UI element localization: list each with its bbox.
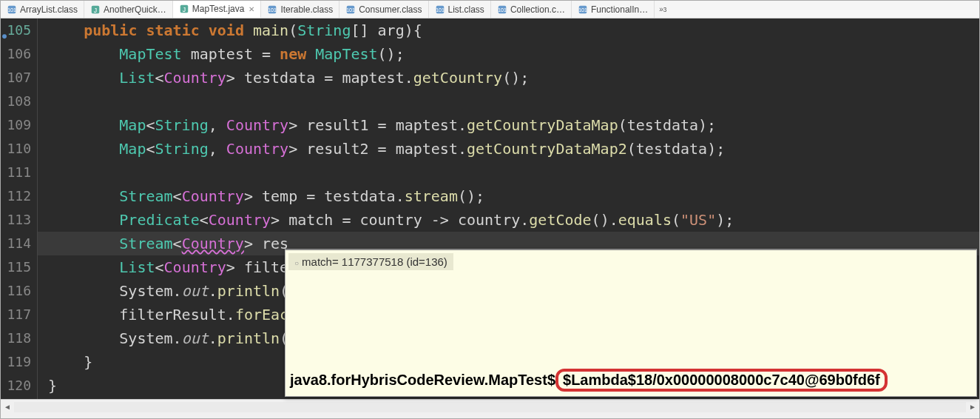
tooltip-body: java8.forHybrisCodeReview.MapTest$$Lambd… bbox=[290, 369, 972, 392]
tab-maptest-java[interactable]: JMapTest.java✕ bbox=[173, 1, 262, 18]
line-number[interactable]: 118 bbox=[1, 326, 31, 350]
code-line-111[interactable] bbox=[38, 161, 979, 184]
line-number[interactable]: 107 bbox=[1, 66, 31, 90]
tab-collection-c-[interactable]: 101Collection.c… bbox=[491, 1, 572, 18]
debug-hover-tooltip: ○match= 1177377518 (id=136) java8.forHyb… bbox=[285, 249, 977, 397]
tab-label: AnotherQuick… bbox=[104, 4, 166, 15]
line-number[interactable]: 105 bbox=[1, 19, 31, 42]
line-number[interactable]: 110 bbox=[1, 137, 31, 161]
horizontal-scrollbar[interactable]: ◄ ► bbox=[1, 399, 979, 414]
svg-text:J: J bbox=[94, 6, 97, 13]
tab-list-class[interactable]: 101List.class bbox=[429, 1, 491, 18]
line-number[interactable]: 113 bbox=[1, 208, 31, 232]
line-number[interactable]: 108 bbox=[1, 90, 31, 113]
line-number[interactable]: 120 bbox=[1, 374, 31, 398]
svg-text:101: 101 bbox=[498, 7, 507, 12]
code-line-108[interactable] bbox=[38, 90, 979, 113]
svg-text:101: 101 bbox=[578, 7, 587, 12]
line-number[interactable]: 112 bbox=[1, 184, 31, 208]
tab-label: FunctionalIn… bbox=[591, 4, 648, 15]
scroll-left-icon[interactable]: ◄ bbox=[1, 400, 14, 414]
svg-text:101: 101 bbox=[268, 7, 277, 12]
variable-icon: ○ bbox=[294, 259, 299, 267]
tab-label: ArrayList.class bbox=[20, 4, 78, 15]
code-line-109[interactable]: Map<String, Country> result1 = maptest.g… bbox=[38, 113, 979, 137]
line-number[interactable]: 115 bbox=[1, 255, 31, 279]
line-number[interactable]: 111 bbox=[1, 161, 31, 184]
tab-label: Collection.c… bbox=[510, 4, 565, 15]
tab-label: List.class bbox=[448, 4, 484, 15]
code-line-112[interactable]: Stream<Country> temp = testdata.stream()… bbox=[38, 184, 979, 208]
line-number[interactable]: 117 bbox=[1, 303, 31, 326]
tabs-overflow-icon[interactable]: »3 bbox=[655, 1, 671, 18]
line-number[interactable]: 116 bbox=[1, 279, 31, 303]
lambda-highlight: $Lambda$18/0x00000008000c7c40@69b0fd6f bbox=[555, 369, 888, 392]
code-line-113[interactable]: Predicate<Country> match = country -> co… bbox=[38, 208, 979, 232]
code-line-107[interactable]: List<Country> testdata = maptest.getCoun… bbox=[38, 66, 979, 90]
editor-tab-bar: 101ArrayList.classJAnotherQuick…JMapTest… bbox=[1, 1, 979, 19]
close-icon[interactable]: ✕ bbox=[249, 5, 254, 13]
scroll-right-icon[interactable]: ► bbox=[966, 400, 979, 414]
svg-text:101: 101 bbox=[7, 7, 16, 12]
tab-functionalin-[interactable]: 101FunctionalIn… bbox=[572, 1, 655, 18]
line-number[interactable]: 109 bbox=[1, 113, 31, 137]
svg-text:J: J bbox=[183, 6, 186, 13]
svg-text:101: 101 bbox=[436, 7, 445, 12]
scroll-track[interactable] bbox=[14, 402, 966, 412]
code-line-105[interactable]: public static void main(String[] arg){ bbox=[38, 19, 979, 42]
code-line-106[interactable]: MapTest maptest = new MapTest(); bbox=[38, 42, 979, 66]
tab-label: Iterable.class bbox=[280, 4, 333, 15]
tab-consumer-class[interactable]: 101Consumer.class bbox=[339, 1, 428, 18]
tab-iterable-class[interactable]: 101Iterable.class bbox=[261, 1, 339, 18]
tab-anotherquick-[interactable]: JAnotherQuick… bbox=[84, 1, 173, 18]
tooltip-header: ○match= 1177377518 (id=136) bbox=[288, 253, 453, 270]
line-number[interactable]: 114 bbox=[1, 232, 31, 255]
tab-arraylist-class[interactable]: 101ArrayList.class bbox=[1, 1, 84, 18]
line-number[interactable]: 119 bbox=[1, 350, 31, 374]
code-line-110[interactable]: Map<String, Country> result2 = maptest.g… bbox=[38, 137, 979, 161]
svg-text:101: 101 bbox=[346, 7, 355, 12]
editor-area: 1051061071081091101111121131141151161171… bbox=[1, 19, 979, 399]
tab-label: MapTest.java bbox=[192, 4, 245, 14]
tooltip-class-prefix: java8.forHybrisCodeReview.MapTest$ bbox=[290, 372, 555, 388]
tooltip-header-text: match= 1177377518 (id=136) bbox=[302, 255, 447, 268]
tab-label: Consumer.class bbox=[359, 4, 422, 15]
line-gutter: 1051061071081091101111121131141151161171… bbox=[1, 19, 38, 399]
